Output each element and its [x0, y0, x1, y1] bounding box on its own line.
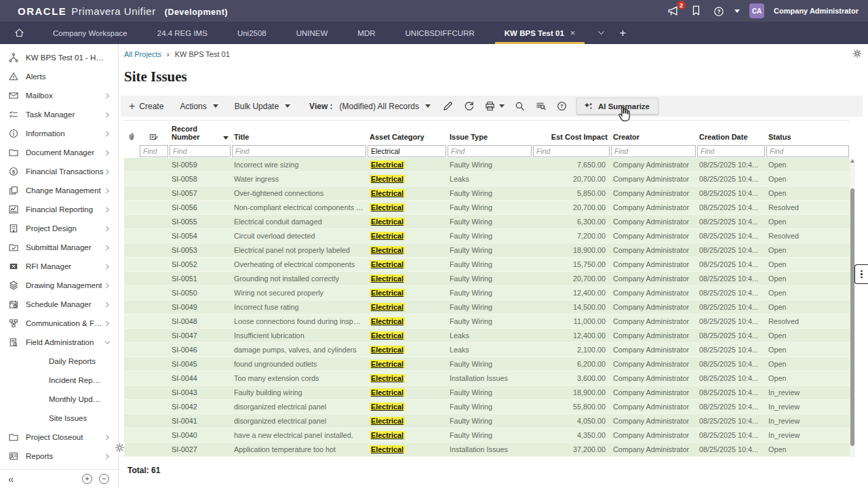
table-row[interactable]: SI-0046 damage pumps, valves, and cylind…: [124, 343, 850, 357]
filter-issue-type-input[interactable]: [448, 145, 532, 157]
edit-icon[interactable]: [442, 100, 454, 112]
column-header-asset-category[interactable]: Asset Category: [367, 133, 447, 142]
workspace-tab[interactable]: UNICBSDIFFCURR ×: [391, 22, 490, 44]
workspace-tab[interactable]: UNINEW ×: [281, 22, 343, 44]
sidebar-item[interactable]: Document Manager: [0, 143, 118, 162]
filter-asset-category-input[interactable]: [368, 145, 446, 157]
attachment-column-header[interactable]: [124, 132, 139, 142]
workspace-tab[interactable]: KW BPS Test 01 ×: [490, 22, 591, 44]
add-tab-button[interactable]: +: [612, 22, 633, 44]
tab-overflow-caret-icon[interactable]: [590, 22, 612, 44]
sidebar-item[interactable]: Project Closeout: [0, 428, 118, 447]
table-row[interactable]: SI-0040 have a new electrical panel inst…: [124, 428, 850, 443]
sidebar-item[interactable]: Daily Reports: [0, 352, 118, 371]
table-row[interactable]: SI-0043 Faulty building wiring Electrica…: [124, 386, 850, 400]
table-row[interactable]: SI-0050 Wiring not secured properly Elec…: [124, 286, 850, 300]
sidebar-item[interactable]: Project Design: [0, 219, 118, 238]
table-row[interactable]: SI-0044 Too many extension cords Electri…: [124, 371, 850, 386]
sidebar-item[interactable]: Incident Reports: [0, 371, 118, 390]
workspace-tab[interactable]: Uni2508 ×: [222, 22, 281, 44]
table-row[interactable]: SI-0027 Application temperature too hot …: [124, 443, 850, 457]
help-circle-icon[interactable]: [556, 100, 568, 112]
sidebar-item[interactable]: Financial Reporting: [0, 200, 118, 219]
collapse-all-button[interactable]: −: [99, 474, 109, 484]
sidebar-item[interactable]: Mailbox: [0, 86, 118, 105]
filter-status-input[interactable]: [766, 145, 849, 157]
filter-record-edit-input[interactable]: [140, 145, 168, 157]
table-row[interactable]: SI-0055 Electrical conduit damaged Elect…: [124, 215, 850, 229]
print-menu-button[interactable]: [479, 100, 505, 112]
record-number-cell: SI-0043: [169, 388, 231, 396]
sidebar-item[interactable]: Task Manager: [0, 105, 118, 124]
filter-est-cost-input[interactable]: [533, 145, 610, 157]
home-tab-icon[interactable]: [0, 22, 38, 44]
table-row[interactable]: SI-0058 Water ingress Electrical Leaks 2…: [124, 172, 850, 186]
page-settings-gear-icon[interactable]: [852, 47, 863, 58]
announcements-icon[interactable]: 2: [667, 4, 680, 18]
sidebar-item[interactable]: Submittal Manager: [0, 238, 118, 257]
column-header-est-cost-impact[interactable]: Est Cost Impact: [532, 133, 610, 142]
table-row[interactable]: SI-0047 Insufficient lubrication Electri…: [124, 329, 850, 343]
ai-summarize-button[interactable]: AI Summarize: [576, 98, 658, 115]
right-panel-handle[interactable]: [854, 264, 868, 284]
tab-close-icon[interactable]: ×: [570, 28, 576, 38]
table-row[interactable]: SI-0045 found ungrounded outlets Electri…: [124, 357, 850, 371]
scroll-up-arrow-icon[interactable]: [850, 159, 854, 163]
column-header-creator[interactable]: Creator: [610, 133, 696, 142]
scrollbar-thumb[interactable]: [850, 188, 854, 446]
workspace-tab[interactable]: 24.4 REG IMS ×: [142, 22, 222, 44]
column-settings-gear-icon[interactable]: [114, 441, 125, 453]
help-menu-caret-icon[interactable]: [734, 9, 740, 13]
table-row[interactable]: SI-0057 Over-tightened connections Elect…: [124, 186, 850, 201]
sidebar-item[interactable]: Drawing Management: [0, 276, 118, 295]
find-in-list-icon[interactable]: [535, 100, 547, 112]
sidebar-item[interactable]: Monthly Updates: [0, 390, 118, 409]
sidebar-item[interactable]: Alerts: [0, 67, 118, 86]
view-selector[interactable]: (Modified) All Records: [333, 102, 437, 111]
filter-record-number-input[interactable]: [170, 145, 231, 157]
table-row[interactable]: SI-0041 disorganized electrical panel El…: [124, 414, 850, 428]
table-row[interactable]: SI-0054 Circuit overload detected Electr…: [124, 229, 850, 243]
sidebar-item[interactable]: Site Issues: [0, 409, 118, 428]
sidebar-item[interactable]: KW BPS Test 01 - Home: [0, 48, 118, 67]
sidebar-item[interactable]: RFI Manager: [0, 257, 118, 276]
sidebar-item[interactable]: Reports: [0, 447, 118, 466]
table-row[interactable]: SI-0048 Loose connections found during i…: [124, 314, 850, 329]
filter-creation-date-input[interactable]: [697, 145, 765, 157]
help-icon[interactable]: [713, 5, 725, 17]
table-scrollbar[interactable]: [850, 158, 855, 458]
column-header-title[interactable]: Title: [231, 133, 367, 142]
table-row[interactable]: SI-0056 Non-compliant electrical compone…: [124, 201, 850, 215]
sidebar-item[interactable]: Field Administration: [0, 333, 118, 352]
table-row[interactable]: SI-0051 Grounding not installed correctl…: [124, 272, 850, 286]
sidebar-item[interactable]: Schedule Manager: [0, 295, 118, 314]
sidebar-item[interactable]: Change Management: [0, 181, 118, 200]
sidebar-item[interactable]: Communication & Foll...: [0, 314, 118, 333]
sidebar-item[interactable]: Financial Transactions: [0, 162, 118, 181]
column-header-status[interactable]: Status: [766, 133, 850, 142]
workspace-tab[interactable]: MDR ×: [342, 22, 390, 44]
table-row[interactable]: SI-0049 Incorrect fuse rating Electrical…: [124, 300, 850, 314]
table-row[interactable]: SI-0059 Incorrect wire sizing Electrical…: [124, 158, 850, 172]
refresh-icon[interactable]: [463, 100, 475, 112]
create-button[interactable]: + Create: [121, 100, 172, 113]
filter-creator-input[interactable]: [611, 145, 696, 157]
expand-all-button[interactable]: +: [82, 474, 92, 484]
filter-title-input[interactable]: [232, 145, 366, 157]
table-row[interactable]: SI-0053 Electrical panel not properly la…: [124, 243, 850, 258]
actions-menu-button[interactable]: Actions: [172, 102, 226, 111]
collapse-sidebar-button[interactable]: «: [8, 473, 14, 485]
bulk-update-menu-button[interactable]: Bulk Update: [226, 102, 298, 111]
avatar[interactable]: CA: [749, 3, 764, 18]
bookmark-icon[interactable]: [690, 4, 703, 18]
breadcrumb-all-projects[interactable]: All Projects: [124, 50, 161, 58]
record-edit-column-header[interactable]: [139, 132, 169, 142]
table-row[interactable]: SI-0052 Overheating of electrical compon…: [124, 258, 850, 272]
search-icon[interactable]: [514, 100, 526, 112]
workspace-tab[interactable]: Company Workspace ×: [38, 22, 142, 44]
column-header-record-number[interactable]: Record Number: [169, 125, 231, 142]
column-header-creation-date[interactable]: Creation Date: [696, 133, 766, 142]
sidebar-item[interactable]: Information: [0, 124, 118, 143]
column-header-issue-type[interactable]: Issue Type: [447, 133, 532, 142]
table-row[interactable]: SI-0042 disorganized electrical panel El…: [124, 400, 850, 414]
